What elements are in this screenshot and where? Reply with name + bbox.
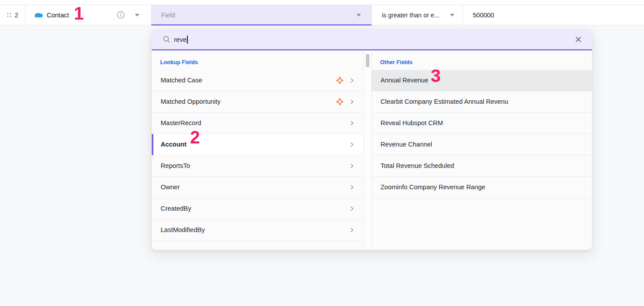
field-label: Total Revenue Scheduled xyxy=(381,162,583,169)
chevron-right-icon xyxy=(349,142,355,147)
field-label: LastModifiedBy xyxy=(161,226,349,233)
field-picker-dropdown: reve Lookup Fields Matched Case Matched … xyxy=(152,29,592,250)
value-input[interactable]: 500000 xyxy=(463,5,644,25)
other-field-item[interactable]: Total Revenue Scheduled xyxy=(372,155,592,177)
sparkle-icon xyxy=(336,76,344,85)
other-fields-list: Annual Revenue Clearbit Company Estimate… xyxy=(372,70,592,198)
field-dropdown[interactable]: Field xyxy=(151,5,372,25)
field-label: Matched Opportunity xyxy=(161,98,336,105)
field-picker-body: Lookup Fields Matched Case Matched Oppor… xyxy=(152,52,592,250)
chevron-right-icon xyxy=(349,78,355,83)
filter-row-handle-cell: 2 xyxy=(0,5,25,25)
object-selector[interactable]: Contact xyxy=(25,5,151,25)
field-label: CreatedBy xyxy=(161,205,349,212)
filter-row-number: 2 xyxy=(15,12,18,19)
field-label: MasterRecord xyxy=(161,119,349,126)
lookup-field-item[interactable]: CreatedBy xyxy=(152,198,364,220)
lookup-field-item[interactable]: Matched Case xyxy=(152,70,364,91)
field-label: Account xyxy=(161,141,349,148)
field-label: Annual Revenue xyxy=(381,77,583,84)
other-field-item[interactable]: Annual Revenue xyxy=(372,70,592,91)
other-fields-header: Other Fields xyxy=(372,52,592,70)
lookup-fields-header: Lookup Fields xyxy=(152,52,364,70)
operator-value: is greater than or e... xyxy=(382,12,439,19)
field-placeholder: Field xyxy=(161,12,175,19)
field-label: Matched Case xyxy=(161,77,336,84)
lookup-field-item[interactable]: MasterRecord xyxy=(152,113,364,134)
chevron-right-icon xyxy=(349,206,355,212)
other-field-item[interactable]: Clearbit Company Estimated Annual Revenu xyxy=(372,91,592,113)
chevron-down-icon xyxy=(356,14,361,16)
value-text: 500000 xyxy=(473,12,494,19)
lookup-field-item[interactable]: ReportsTo xyxy=(152,155,364,177)
chevron-right-icon xyxy=(349,99,355,105)
chevron-down-icon[interactable] xyxy=(135,14,139,16)
field-label: Revenue Channel xyxy=(381,141,583,148)
field-label: ReportsTo xyxy=(161,162,349,169)
field-label: Reveal Hubspot CRM xyxy=(381,119,583,126)
search-input[interactable]: reve xyxy=(174,36,188,44)
object-label: Contact xyxy=(47,12,69,19)
field-label: Zoominfo Company Revenue Range xyxy=(381,184,583,191)
filter-row: 2 Contact Field is greater than or e... xyxy=(0,4,644,25)
chevron-down-icon xyxy=(450,14,454,16)
info-icon[interactable] xyxy=(117,11,125,19)
search-bar: reve xyxy=(152,29,592,50)
salesforce-cloud-icon xyxy=(35,12,43,18)
chevron-right-icon xyxy=(349,163,355,169)
scrollbar-track[interactable] xyxy=(364,52,372,250)
lookup-field-item[interactable]: LastModifiedBy xyxy=(152,220,364,241)
other-field-item[interactable]: Revenue Channel xyxy=(372,134,592,155)
other-fields-column: Other Fields Annual Revenue Clearbit Com… xyxy=(372,52,592,250)
operator-dropdown[interactable]: is greater than or e... xyxy=(372,5,463,25)
field-label: Clearbit Company Estimated Annual Revenu xyxy=(381,98,583,105)
chevron-right-icon xyxy=(349,120,355,126)
chevron-right-icon xyxy=(349,184,355,190)
lookup-field-item[interactable]: Matched Opportunity xyxy=(152,91,364,113)
search-query-text: reve xyxy=(174,36,186,43)
search-icon xyxy=(163,36,170,43)
field-label: Owner xyxy=(161,184,349,191)
close-icon[interactable] xyxy=(574,35,583,44)
drag-handle-icon[interactable] xyxy=(7,13,11,17)
other-field-item[interactable]: Zoominfo Company Revenue Range xyxy=(372,177,592,198)
lookup-field-item[interactable]: Owner xyxy=(152,177,364,198)
chevron-right-icon xyxy=(349,227,355,233)
lookup-fields-column: Lookup Fields Matched Case Matched Oppor… xyxy=(152,52,364,250)
text-cursor xyxy=(187,36,188,44)
sparkle-icon xyxy=(336,98,344,106)
other-field-item[interactable]: Reveal Hubspot CRM xyxy=(372,113,592,134)
lookup-field-item[interactable]: Account xyxy=(152,134,364,155)
lookup-fields-list: Matched Case Matched Opportunity MasterR… xyxy=(152,70,364,241)
scrollbar-thumb[interactable] xyxy=(366,54,369,67)
